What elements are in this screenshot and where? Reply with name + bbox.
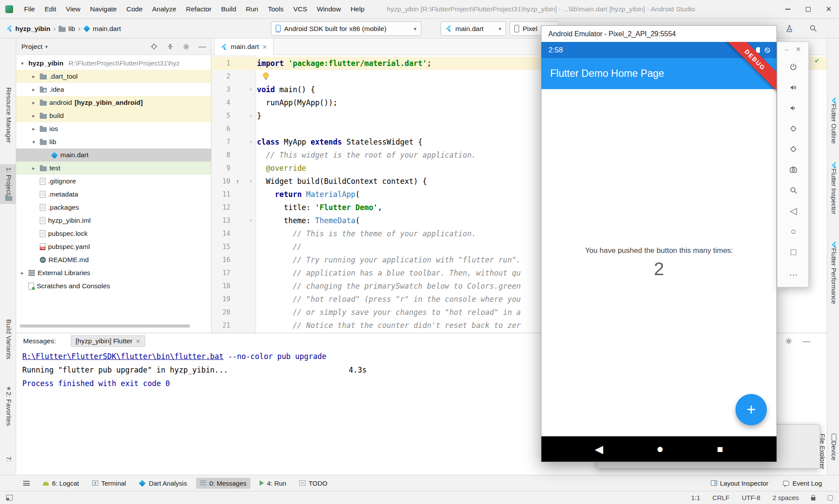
tree-item-gitignore[interactable]: .gitignore xyxy=(16,175,211,188)
tree-item-pubspec-lock[interactable]: pubspec.lock xyxy=(16,227,211,240)
android-back-button[interactable]: ◀ xyxy=(595,443,603,456)
tree-item-build[interactable]: ▸build xyxy=(16,109,211,122)
tree-item-readme-md[interactable]: README.md xyxy=(16,253,211,266)
collapse-all-icon[interactable] xyxy=(166,43,174,50)
menu-run[interactable]: Run xyxy=(241,0,263,18)
search-icon[interactable] xyxy=(809,24,817,34)
toolwindow-button-6-logcat[interactable]: 6: Logcat xyxy=(39,478,83,489)
status-crlf[interactable]: CRLF xyxy=(712,494,729,501)
status-utf-8[interactable]: UTF-8 xyxy=(742,494,760,501)
tree-item-packages[interactable]: .packages xyxy=(16,201,211,214)
android-home-button[interactable]: ● xyxy=(656,442,664,456)
home-button[interactable]: ○ xyxy=(777,221,809,242)
menu-view[interactable]: View xyxy=(61,0,85,18)
stripe-tab-flutter-inspector[interactable]: Flutter Inspector xyxy=(827,159,839,217)
stripe-tab-resource-manager[interactable]: Resource Manager xyxy=(0,84,16,146)
menu-help[interactable]: Help xyxy=(346,0,369,18)
expand-arrow-icon[interactable]: ▸ xyxy=(30,113,37,119)
expand-arrow-icon[interactable]: ▸ xyxy=(30,73,37,79)
volume-up-button[interactable] xyxy=(777,77,809,98)
minimize-button[interactable] xyxy=(777,0,798,18)
toolwindow-button-terminal[interactable]: Terminal xyxy=(88,478,130,489)
breadcrumb-item-hyzp-yibin[interactable]: hyzp_yibin xyxy=(6,25,50,33)
menu-analyze[interactable]: Analyze xyxy=(147,0,181,18)
rotate-left-button[interactable] xyxy=(777,118,809,139)
tree-item-hyzp-yibin-iml[interactable]: hyzp_yibin.iml xyxy=(16,214,211,227)
expand-arrow-icon[interactable]: ▸ xyxy=(19,270,26,276)
android-overview-button[interactable]: ■ xyxy=(717,443,723,455)
fold-up-icon[interactable]: ∧ xyxy=(249,109,252,122)
maximize-button[interactable] xyxy=(798,0,818,18)
collapse-arrow-icon[interactable]: ▾ xyxy=(19,60,26,66)
stripe-tab-build-variants[interactable]: Build Variants xyxy=(0,316,16,362)
menu-navigate[interactable]: Navigate xyxy=(85,0,121,18)
minimize-button[interactable]: – xyxy=(785,45,788,53)
hide-panel-icon[interactable]: — xyxy=(803,338,810,345)
back-button[interactable]: ◁ xyxy=(777,200,809,221)
power-button[interactable] xyxy=(777,57,809,77)
tree-item-test[interactable]: ▸test xyxy=(16,162,211,175)
menu-refactor[interactable]: Refactor xyxy=(181,0,216,18)
close-button[interactable]: ✕ xyxy=(795,45,801,53)
project-view-selector[interactable]: Project xyxy=(21,43,42,51)
tree-item-metadata[interactable]: .metadata xyxy=(16,188,211,201)
toolwindow-button-0-messages[interactable]: 0: Messages xyxy=(196,478,250,489)
volume-down-button[interactable] xyxy=(777,98,809,118)
menu-file[interactable]: File xyxy=(19,0,40,18)
fold-down-icon[interactable]: ∨ xyxy=(249,175,252,188)
menu-build[interactable]: Build xyxy=(216,0,241,18)
toolwindow-button-layout-inspector[interactable]: Layout Inspector xyxy=(707,478,773,489)
menu-vcs[interactable]: VCS xyxy=(288,0,312,18)
fold-down-icon[interactable]: ∨ xyxy=(249,214,252,227)
breadcrumb-item-lib[interactable]: lib xyxy=(59,25,75,33)
tree-item-scratches-and-consoles[interactable]: Scratches and Consoles xyxy=(16,280,211,293)
fold-down-icon[interactable]: ∨ xyxy=(249,83,252,96)
console-file-link[interactable]: R:\Flutter\FlutterSDK\flutter\bin\flutte… xyxy=(22,352,224,361)
indicator-icon[interactable] xyxy=(828,495,833,501)
run-config-selector[interactable]: main.dart ▾ xyxy=(440,21,506,36)
gear-icon[interactable] xyxy=(183,43,190,50)
stripe-tab-flutter-outline[interactable]: Flutter Outline xyxy=(827,94,839,147)
tree-item-android[interactable]: ▸android [hyzp_yibin_android] xyxy=(16,96,211,109)
menu-window[interactable]: Window xyxy=(312,0,346,18)
tree-item-pubspec-yaml[interactable]: pubspec.yaml xyxy=(16,240,211,253)
more-button[interactable]: … xyxy=(777,262,809,283)
fold-down-icon[interactable]: ∨ xyxy=(249,135,252,148)
stripe-tab-device-file-explorer[interactable]: Device File Explorer xyxy=(827,431,839,475)
stripe-tab-flutter-performance[interactable]: Flutter Performance xyxy=(827,238,839,307)
tree-item-ios[interactable]: ▸ios xyxy=(16,122,211,135)
zoom-button[interactable] xyxy=(777,180,809,200)
close-icon[interactable]: × xyxy=(136,338,140,345)
toolwindow-button-4-run[interactable]: 4: Run xyxy=(256,478,290,489)
emulator-title[interactable]: Android Emulator - Pixel_2_API_29:5554 xyxy=(541,26,777,42)
close-button[interactable]: × xyxy=(818,0,839,18)
menu-tools[interactable]: Tools xyxy=(263,0,288,18)
camera-button[interactable] xyxy=(777,159,809,180)
expand-arrow-icon[interactable]: ▸ xyxy=(30,165,37,171)
hide-panel-icon[interactable]: — xyxy=(198,43,206,50)
tree-item-lib[interactable]: ▾lib xyxy=(16,135,211,148)
stripe-tab-2-favorites[interactable]: ★2: Favorites xyxy=(0,382,16,429)
toolwindow-button-dart-analysis[interactable]: Dart Analysis xyxy=(135,478,191,489)
emulator-screen[interactable]: 2:58 Flutter Demo Home Page DEBUG You ha… xyxy=(541,42,777,462)
expand-arrow-icon[interactable]: ▸ xyxy=(30,100,37,106)
breadcrumb-item-main-dart[interactable]: main.dart xyxy=(83,25,121,33)
expand-arrow-icon[interactable]: ▸ xyxy=(30,126,37,132)
lock-icon[interactable] xyxy=(811,497,815,501)
tree-item-main-dart[interactable]: main.dart xyxy=(16,148,211,162)
inspections-ok-icon[interactable]: ✔ xyxy=(814,57,820,65)
rotate-right-button[interactable] xyxy=(777,139,809,159)
fab-add-button[interactable]: + xyxy=(735,394,767,425)
override-marker-icon[interactable]: ↑ xyxy=(236,175,239,188)
status-2-spaces[interactable]: 2 spaces xyxy=(773,494,799,501)
expand-arrow-icon[interactable]: ▸ xyxy=(30,86,37,93)
tree-item-hyzp-yibin[interactable]: ▾hyzp_yibinR:\FlutterProject\FlutterProj… xyxy=(16,57,211,70)
tree-item-external-libraries[interactable]: ▸External Libraries xyxy=(16,266,211,280)
tree-item-idea[interactable]: ▸.idea xyxy=(16,83,211,96)
menu-edit[interactable]: Edit xyxy=(40,0,61,18)
tool-window-toggle-icon[interactable] xyxy=(6,495,13,501)
toolwindow-button-todo[interactable]: TODO xyxy=(295,478,331,489)
intention-bulb-icon[interactable] xyxy=(263,72,269,78)
tab-main-dart[interactable]: main.dart × xyxy=(214,38,274,55)
toolwindow-button-event-log[interactable]: Event Log xyxy=(779,478,826,489)
